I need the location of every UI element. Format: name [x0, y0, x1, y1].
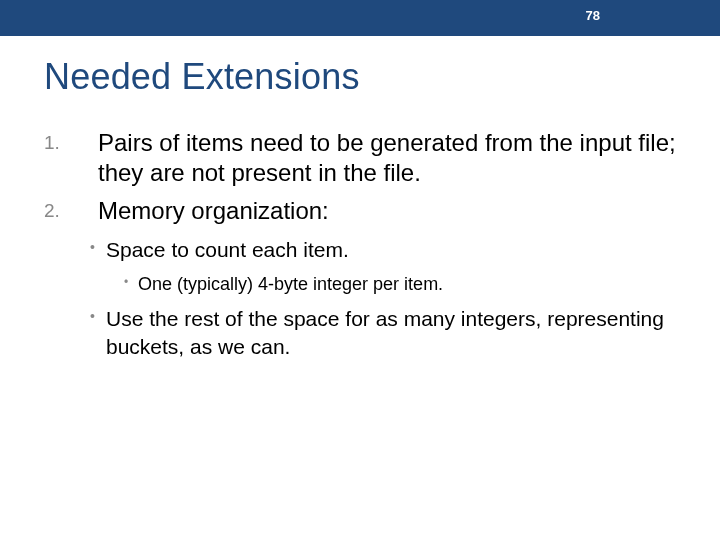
numbered-list: Pairs of items need to be generated from… [44, 128, 688, 226]
list-item-text: Pairs of items need to be generated from… [98, 129, 676, 186]
list-item-text: Space to count each item. [106, 238, 349, 261]
list-item: One (typically) 4-byte integer per item. [124, 272, 688, 296]
slide-title: Needed Extensions [44, 56, 688, 98]
list-item-text: Use the rest of the space for as many in… [106, 307, 664, 358]
slide: 78 Needed Extensions Pairs of items need… [0, 0, 720, 540]
bullet-list: Space to count each item. One (typically… [44, 236, 688, 361]
list-item-text: One (typically) 4-byte integer per item. [138, 274, 443, 294]
top-bar: 78 [0, 0, 720, 36]
sub-bullet-list: One (typically) 4-byte integer per item. [106, 272, 688, 296]
list-item: Space to count each item. One (typically… [90, 236, 688, 297]
slide-content: Needed Extensions Pairs of items need to… [44, 56, 688, 369]
list-item: Use the rest of the space for as many in… [90, 305, 688, 362]
list-item: Memory organization: [44, 196, 688, 226]
page-number: 78 [586, 8, 600, 23]
list-item: Pairs of items need to be generated from… [44, 128, 688, 188]
list-item-text: Memory organization: [98, 197, 329, 224]
